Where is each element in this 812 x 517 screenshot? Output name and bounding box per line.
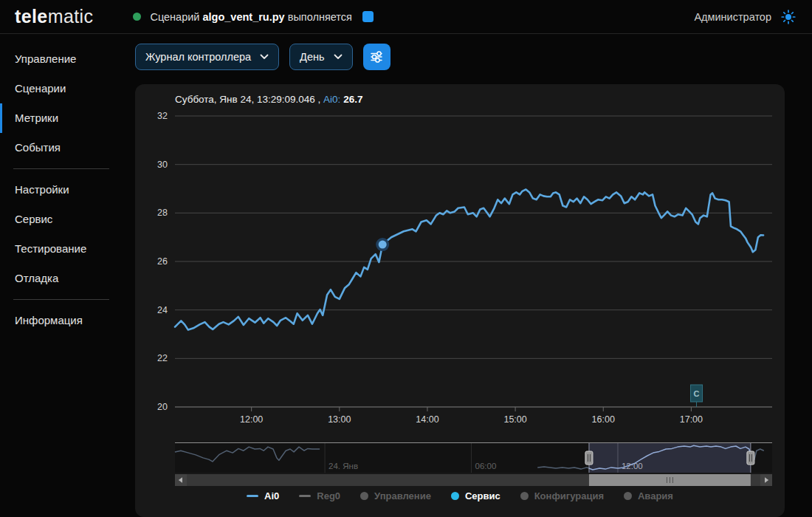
sidebar-item-servis[interactable]: Сервис	[0, 205, 125, 234]
metrics-chart[interactable]: 2022242628303212:0013:0014:0015:0016:001…	[135, 84, 785, 489]
legend-label: Конфигурация	[534, 490, 604, 501]
legend-item-конфигурация[interactable]: Конфигурация	[520, 490, 604, 501]
legend-marker	[299, 495, 311, 497]
status-running-icon	[133, 13, 141, 21]
sidebar-item-scenarii[interactable]: Сценарии	[0, 74, 125, 103]
sliders-icon	[368, 48, 385, 66]
y-axis-label: 30	[157, 160, 168, 170]
legend-marker	[247, 495, 258, 497]
legend-item-управление[interactable]: Управление	[360, 490, 431, 501]
sidebar-item-sobytiya[interactable]: События	[0, 133, 125, 162]
sidebar-item-otladka[interactable]: Отладка	[0, 264, 125, 293]
sidebar-item-nastroyki[interactable]: Настройки	[0, 175, 125, 205]
legend-marker	[360, 492, 368, 500]
app-logo[interactable]: telematic	[15, 6, 93, 27]
x-axis-label: 13:00	[328, 414, 351, 425]
status-text: Сценарий algo_vent_ru.py выполняется	[150, 11, 352, 23]
time-range-value: День	[300, 51, 324, 63]
legend-marker	[624, 492, 632, 500]
legend-label: Ai0	[264, 490, 279, 501]
sidebar-item-informaciya[interactable]: Информация	[0, 306, 125, 335]
hover-marker	[379, 241, 387, 249]
logo-text-light: matic	[48, 6, 94, 27]
sidebar-item-upravlenie[interactable]: Управление	[0, 44, 125, 74]
legend-item-ai0[interactable]: Ai0	[247, 490, 279, 501]
y-axis-label: 28	[157, 208, 168, 218]
theme-toggle-icon[interactable]	[781, 10, 796, 24]
chart-panel: Суббота, Янв 24, 13:29:09.046 , Ai0: 26.…	[135, 84, 785, 517]
x-axis-label: 15:00	[503, 414, 526, 425]
legend-item-reg0[interactable]: Reg0	[299, 490, 340, 501]
x-axis-label: 14:00	[416, 414, 438, 425]
log-source-value: Журнал контроллера	[145, 51, 251, 63]
logo-text-bold: tele	[15, 6, 48, 27]
top-bar-right: Администратор	[694, 10, 812, 24]
legend-label: Сервис	[465, 490, 500, 501]
main-content: Журнал контроллера День	[125, 34, 812, 517]
user-name[interactable]: Администратор	[694, 11, 771, 23]
chevron-down-icon	[334, 54, 343, 60]
y-axis-label: 26	[157, 256, 168, 267]
navigator-handle-right[interactable]	[747, 451, 754, 465]
x-axis-label: 16:00	[592, 414, 615, 425]
navigator-mask-left	[175, 443, 589, 473]
sidebar-divider	[13, 168, 109, 169]
chart-settings-button[interactable]	[363, 44, 390, 70]
sidebar-item-testirovanie[interactable]: Тестирование	[0, 234, 125, 264]
time-range-select[interactable]: День	[289, 44, 352, 70]
sidebar-item-metriki[interactable]: Метрики	[0, 103, 125, 133]
chart-toolbar: Журнал контроллера День	[135, 44, 812, 70]
x-axis-label: 17:00	[680, 414, 703, 425]
app-window: telematic Сценарий algo_vent_ru.py выпол…	[0, 0, 812, 517]
chevron-down-icon	[260, 54, 269, 60]
legend-label: Авария	[638, 490, 673, 501]
top-bar: telematic Сценарий algo_vent_ru.py выпол…	[0, 0, 812, 34]
scenario-name: algo_vent_ru.py	[202, 11, 284, 23]
legend-item-сервис[interactable]: Сервис	[451, 490, 500, 501]
legend-label: Управление	[374, 490, 431, 501]
legend-marker	[451, 492, 459, 500]
series-ai0-line	[175, 190, 763, 330]
scenario-status: Сценарий algo_vent_ru.py выполняется	[133, 11, 374, 23]
navigator-handle-left[interactable]	[585, 451, 593, 465]
y-axis-label: 22	[157, 353, 168, 363]
legend-item-авария[interactable]: Авария	[624, 490, 673, 501]
x-axis-label: 12:00	[240, 414, 263, 425]
event-flag-label: C	[694, 389, 700, 398]
log-source-select[interactable]: Журнал контроллера	[135, 44, 279, 70]
y-axis-label: 20	[157, 402, 168, 412]
status-prefix: Сценарий	[150, 11, 199, 23]
sidebar-divider	[13, 299, 109, 300]
chart-legend: Ai0Reg0УправлениеСервисКонфигурацияАвари…	[135, 490, 785, 501]
navigator-selected-range[interactable]	[589, 443, 751, 473]
legend-marker	[520, 492, 529, 500]
legend-label: Reg0	[317, 490, 340, 501]
y-axis-label: 24	[157, 305, 168, 315]
sidebar: Управление Сценарии Метрики События Наст…	[0, 34, 125, 517]
status-suffix: выполняется	[288, 11, 352, 23]
y-axis-label: 32	[157, 111, 168, 121]
scenario-stop-button[interactable]	[362, 11, 374, 22]
